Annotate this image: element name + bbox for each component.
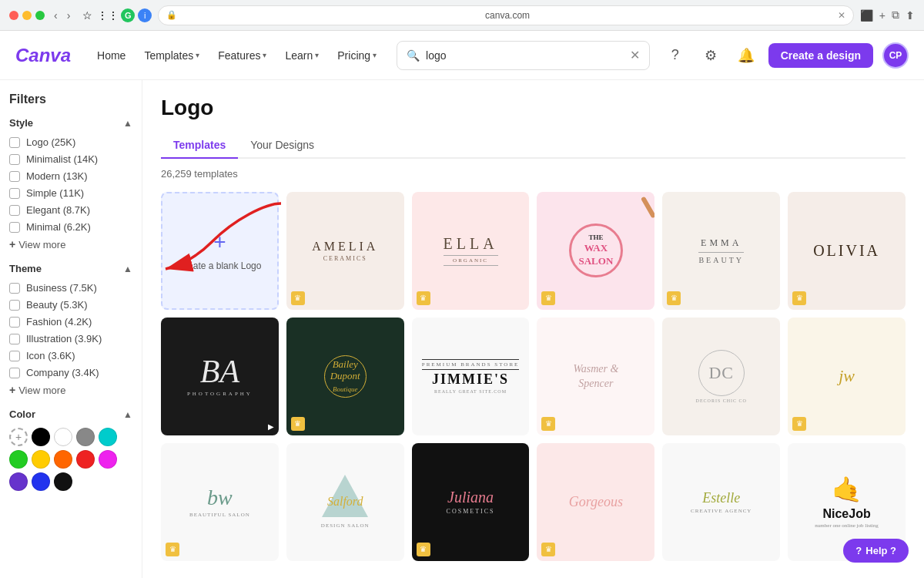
elegant-checkbox[interactable] <box>9 205 20 216</box>
wasmer-logo: Wasmer &Spencer <box>573 361 618 391</box>
filter-business: Business (7.5K) <box>9 282 132 294</box>
template-card-ba-photography[interactable]: BA PHOTOGRAPHY ▶ <box>161 318 279 435</box>
add-tab-button[interactable]: + <box>879 9 886 22</box>
add-custom-color-button[interactable]: + <box>9 428 28 446</box>
content-area: Logo Templates Your Designs 26,259 templ… <box>142 80 924 578</box>
color-swatch-teal[interactable] <box>99 428 117 446</box>
back-button[interactable]: ‹ <box>51 8 61 23</box>
forward-button[interactable]: › <box>64 8 74 23</box>
color-swatch-pink[interactable] <box>99 450 117 469</box>
search-input[interactable] <box>426 49 624 62</box>
notification-wrapper: 🔔 <box>733 42 759 69</box>
template-card-bailey-dupont[interactable]: BaileyDupontBoutique ♛ <box>286 318 404 435</box>
filter-minimalist: Minimalist (14K) <box>9 153 132 165</box>
template-card-olivia[interactable]: OLIVIA ♛ <box>788 192 906 310</box>
apps-icon[interactable]: ⋮⋮⋮ <box>97 9 112 22</box>
filter-illustration: Illustration (3.9K) <box>9 333 132 344</box>
color-swatch-purple[interactable] <box>9 472 28 491</box>
color-swatch-gray[interactable] <box>76 428 95 446</box>
share-icon[interactable]: ⬆ <box>906 9 915 22</box>
template-card-ella[interactable]: ELLA ORGANIC ♛ <box>412 192 530 310</box>
color-swatch-blue[interactable] <box>32 472 50 491</box>
color-swatch-green[interactable] <box>9 450 28 469</box>
style-section-header[interactable]: Style ▲ <box>9 117 132 129</box>
company-checkbox[interactable] <box>9 368 20 378</box>
color-swatch-red[interactable] <box>76 450 95 469</box>
color-swatch-white[interactable] <box>54 428 72 446</box>
nav-pricing[interactable]: Pricing ▾ <box>330 45 384 66</box>
screen-share-icon[interactable]: ⬛ <box>860 9 873 22</box>
template-card-estelle[interactable]: Estelle CREATIVE AGENCY <box>662 443 780 561</box>
premium-crown-badge: ♛ <box>792 417 806 431</box>
canva-logo[interactable]: Canva <box>15 45 71 66</box>
color-swatch-orange[interactable] <box>54 450 72 469</box>
color-chevron-icon: ▲ <box>123 409 132 420</box>
tab-your-designs[interactable]: Your Designs <box>238 133 326 159</box>
maximize-window-button[interactable] <box>35 11 45 20</box>
simple-checkbox[interactable] <box>9 188 20 199</box>
nav-templates[interactable]: Templates ▾ <box>136 45 207 66</box>
nav-right-actions: ? ⚙ 🔔 Create a design CP <box>662 42 909 69</box>
template-card-emma[interactable]: EMMA BEAUTY ♛ <box>662 192 780 310</box>
illustration-checkbox[interactable] <box>9 334 20 344</box>
help-icon-button[interactable]: ? <box>662 42 688 69</box>
style-view-more[interactable]: + View more <box>9 238 132 250</box>
clear-address-icon: ✕ <box>838 10 845 21</box>
logo-checkbox[interactable] <box>9 137 20 148</box>
search-clear-icon[interactable]: ✕ <box>630 48 640 62</box>
color-section-header[interactable]: Color ▲ <box>9 408 132 420</box>
premium-crown-badge: ♛ <box>541 291 555 305</box>
icon-checkbox[interactable] <box>9 351 20 361</box>
minimize-window-button[interactable] <box>22 11 32 20</box>
template-card-bw[interactable]: bw BEAUTIFUL SALON ♛ <box>161 443 279 561</box>
settings-icon-button[interactable]: ⚙ <box>698 42 724 69</box>
extensions-icon[interactable]: ⧉ <box>892 8 899 22</box>
nav-learn[interactable]: Learn ▾ <box>277 45 326 66</box>
color-swatch-dark[interactable] <box>54 472 72 491</box>
business-label: Business (7.5K) <box>26 282 97 294</box>
theme-label: Theme <box>9 263 42 274</box>
modern-checkbox[interactable] <box>9 171 20 182</box>
beauty-checkbox[interactable] <box>9 300 20 311</box>
premium-crown-badge: ♛ <box>166 543 179 556</box>
template-card-jw[interactable]: jw ♛ <box>788 318 906 435</box>
template-card-juliana[interactable]: Juliana COSMETICS ♛ <box>412 443 530 561</box>
ba-logo: BA PHOTOGRAPHY <box>187 355 253 397</box>
template-card-gorgeous[interactable]: Gorgeous ♛ <box>537 443 654 561</box>
theme-section-header[interactable]: Theme ▲ <box>9 263 132 274</box>
bookmark-icon[interactable]: ☆ <box>82 9 92 22</box>
template-card-salford[interactable]: Salford DESIGN SALON <box>286 443 404 561</box>
minimal-checkbox[interactable] <box>9 222 20 233</box>
estelle-logo: Estelle CREATIVE AGENCY <box>691 490 752 514</box>
color-grid: + <box>9 428 132 491</box>
search-bar: 🔍 ✕ <box>397 41 650 70</box>
template-card-jimmies[interactable]: PREMIUM BRANDS STORE JIMMIE'S REALLY GRE… <box>412 318 530 435</box>
notification-bell-button[interactable]: 🔔 <box>733 42 759 69</box>
create-design-button[interactable]: Create a design <box>768 43 873 68</box>
create-blank-card[interactable]: + Create a blank Logo <box>161 192 279 310</box>
template-card-dc[interactable]: DC DECORIS CHIC CO <box>662 318 780 435</box>
nav-home[interactable]: Home <box>89 45 133 66</box>
close-window-button[interactable] <box>9 11 18 20</box>
color-filter-section: Color ▲ + <box>9 408 132 491</box>
template-card-wax-salon[interactable]: THEWAXSALON ♛ <box>537 192 654 310</box>
user-avatar[interactable]: CP <box>882 42 909 69</box>
color-swatch-black[interactable] <box>32 428 50 446</box>
business-checkbox[interactable] <box>9 283 20 294</box>
ella-logo-text: ELLA ORGANIC <box>444 235 498 266</box>
template-card-wasmer[interactable]: Wasmer &Spencer ♛ <box>537 318 654 435</box>
nav-features[interactable]: Features ▾ <box>210 45 274 66</box>
help-button[interactable]: ? Help ? <box>843 539 909 563</box>
color-swatch-yellow[interactable] <box>32 450 50 469</box>
olivia-logo-text: OLIVIA <box>813 242 880 260</box>
browser-chrome: ‹ › ☆ ⋮⋮⋮ G i 🔒 canva.com ✕ ⬛ + ⧉ ⬆ <box>0 0 924 31</box>
theme-view-more-plus-icon: + <box>9 384 15 396</box>
filter-icon: Icon (3.6K) <box>9 350 132 361</box>
tab-templates[interactable]: Templates <box>161 133 238 159</box>
minimalist-checkbox[interactable] <box>9 154 20 165</box>
template-card-amelia[interactable]: AMELIA CERAMICS ♛ <box>286 192 404 310</box>
fashion-checkbox[interactable] <box>9 317 20 328</box>
address-bar[interactable]: 🔒 canva.com ✕ <box>158 5 853 25</box>
theme-view-more[interactable]: + View more <box>9 384 132 396</box>
chrome-extension-i: i <box>138 8 152 22</box>
